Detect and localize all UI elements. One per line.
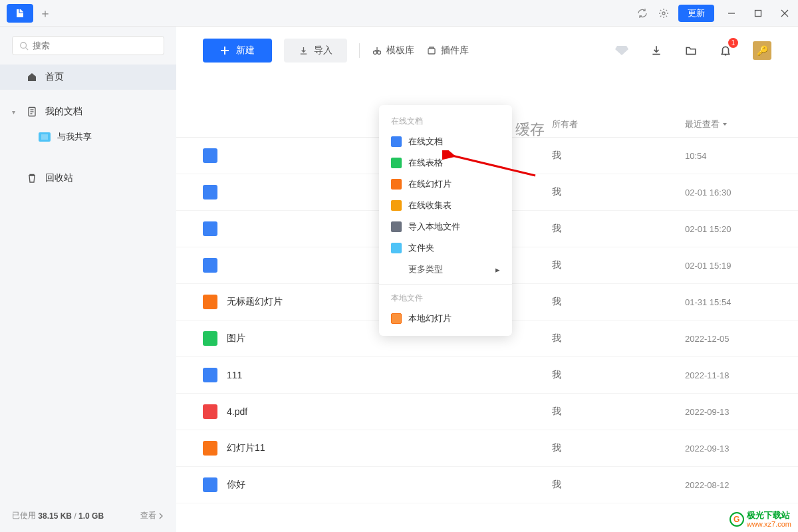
file-owner: 我 — [552, 150, 685, 162]
file-time: 01-31 15:54 — [685, 297, 771, 307]
file-time: 02-01 16:30 — [685, 188, 771, 198]
dropdown-item-online-1[interactable]: 在线表格 — [379, 152, 512, 174]
dd-item-label: 在线收集表 — [408, 200, 452, 211]
shared-folder-icon — [39, 132, 51, 142]
file-type-icon — [203, 331, 217, 346]
dropdown-divider — [379, 284, 512, 285]
file-time: 2022-09-13 — [685, 444, 771, 454]
dd-item-label: 导入本地文件 — [408, 221, 460, 233]
templates-link[interactable]: 模板库 — [372, 45, 414, 57]
sidebar-item-home[interactable]: 首页 — [0, 65, 176, 90]
dropdown-item-online-5[interactable]: 文件夹 — [379, 237, 512, 259]
sidebar-item-label: 我的文档 — [45, 106, 82, 118]
dropdown-more-types[interactable]: 更多类型 ▸ — [379, 259, 512, 280]
file-owner: 我 — [552, 296, 685, 308]
maximize-button[interactable] — [745, 0, 771, 27]
minimize-button[interactable] — [718, 0, 745, 27]
plugins-link[interactable]: 插件库 — [426, 45, 469, 57]
svg-point-5 — [21, 42, 27, 48]
dropdown-section-online: 在线文档 — [379, 112, 512, 131]
storage-view-link[interactable]: 查看 — [140, 510, 164, 521]
watermark-logo-icon: G — [730, 512, 744, 527]
file-name: 你好 — [227, 479, 245, 491]
file-owner: 我 — [552, 442, 685, 454]
new-button[interactable]: 新建 — [203, 39, 272, 63]
file-owner: 我 — [552, 479, 685, 491]
sidebar-item-label: 首页 — [45, 71, 64, 83]
notification-icon[interactable]: 1 — [714, 39, 737, 62]
avatar[interactable]: 🔑 — [753, 41, 771, 60]
dd-item-icon — [391, 179, 402, 190]
faded-header-text: 缓存 — [515, 120, 545, 140]
file-type-icon — [203, 404, 217, 419]
new-dropdown: 在线文档 在线文档在线表格在线幻灯片在线收集表导入本地文件文件夹 更多类型 ▸ … — [379, 105, 512, 336]
watermark: G 极光下载站 www.xz7.com — [730, 511, 791, 528]
trash-icon — [25, 173, 39, 184]
file-type-icon — [203, 221, 217, 236]
import-button-label: 导入 — [314, 45, 332, 57]
dd-item-icon — [391, 200, 402, 211]
file-time: 2022-08-12 — [685, 480, 771, 490]
svg-point-14 — [378, 51, 381, 55]
svg-line-6 — [26, 47, 29, 50]
notification-badge: 1 — [728, 38, 738, 48]
storage-info: 已使用 38.15 KB / 1.0 GB 查看 — [12, 510, 164, 521]
dropdown-item-online-4[interactable]: 导入本地文件 — [379, 216, 512, 237]
dd-item-icon — [391, 243, 402, 253]
sidebar-item-shared[interactable]: 与我共享 — [0, 124, 176, 150]
sync-icon[interactable] — [632, 3, 653, 24]
import-button[interactable]: 导入 — [284, 39, 347, 63]
settings-icon[interactable] — [653, 3, 674, 24]
new-tab-button[interactable]: ＋ — [36, 4, 55, 23]
storage-label: 已使用 — [12, 510, 36, 521]
file-row[interactable]: 你好 我 2022-08-12 — [176, 467, 798, 503]
svg-point-0 — [662, 12, 665, 15]
file-time: 2022-12-05 — [685, 334, 771, 344]
main-toolbar: 新建 导入 模板库 插件库 — [176, 27, 798, 72]
col-owner-header[interactable]: 所有者 — [552, 118, 685, 130]
update-button[interactable]: 更新 — [678, 5, 714, 22]
search-input[interactable] — [12, 36, 164, 55]
sidebar-item-trash[interactable]: 回收站 — [0, 166, 176, 191]
dd-item-icon — [391, 136, 402, 147]
folder-open-icon[interactable] — [680, 39, 702, 62]
search-field[interactable] — [33, 41, 157, 51]
sidebar-item-label: 与我共享 — [57, 131, 92, 143]
file-name: 4.pdf — [227, 406, 247, 417]
dropdown-item-online-2[interactable]: 在线幻灯片 — [379, 174, 512, 195]
sidebar-item-mydocs[interactable]: 我的文档 — [0, 99, 176, 124]
titlebar: ＋ 更新 — [0, 0, 798, 27]
svg-point-13 — [374, 51, 377, 55]
file-type-icon — [203, 441, 217, 456]
svg-rect-15 — [428, 49, 435, 54]
file-owner: 我 — [552, 223, 685, 235]
close-button[interactable] — [771, 0, 798, 27]
download-icon[interactable] — [645, 39, 668, 62]
document-icon — [25, 106, 39, 117]
file-row[interactable]: 111 我 2022-11-18 — [176, 357, 798, 394]
diamond-icon[interactable] — [610, 39, 633, 62]
file-type-icon — [203, 295, 217, 309]
new-button-label: 新建 — [236, 45, 255, 57]
file-name: 无标题幻灯片 — [227, 296, 283, 308]
dd-item-icon — [391, 221, 402, 232]
dd-item-label: 在线文档 — [408, 136, 443, 148]
chevron-right-icon: ▸ — [495, 265, 500, 275]
file-name: 图片 — [227, 332, 245, 344]
dropdown-item-local-0[interactable]: 本地幻灯片 — [379, 308, 512, 329]
dd-item-label: 本地幻灯片 — [408, 313, 452, 325]
app-logo-tab[interactable] — [7, 4, 33, 23]
file-type-icon — [203, 258, 217, 273]
file-type-icon — [203, 368, 217, 382]
main-pane: 新建 导入 模板库 插件库 — [176, 27, 798, 532]
file-row[interactable]: 幻灯片11 我 2022-09-13 — [176, 430, 798, 467]
col-time-header[interactable]: 最近查看 — [685, 118, 771, 130]
storage-used: 38.15 KB — [38, 511, 72, 521]
dropdown-item-online-0[interactable]: 在线文档 — [379, 131, 512, 152]
dd-item-icon — [391, 158, 402, 168]
sidebar: 首页 我的文档 与我共享 回收站 已使用 38.15 KB / 1.0 GB 查… — [0, 27, 176, 532]
file-row[interactable]: 4.pdf 我 2022-09-13 — [176, 394, 798, 430]
dropdown-item-online-3[interactable]: 在线收集表 — [379, 195, 512, 216]
file-time: 2022-11-18 — [685, 370, 771, 380]
dd-item-label: 在线表格 — [408, 157, 443, 169]
